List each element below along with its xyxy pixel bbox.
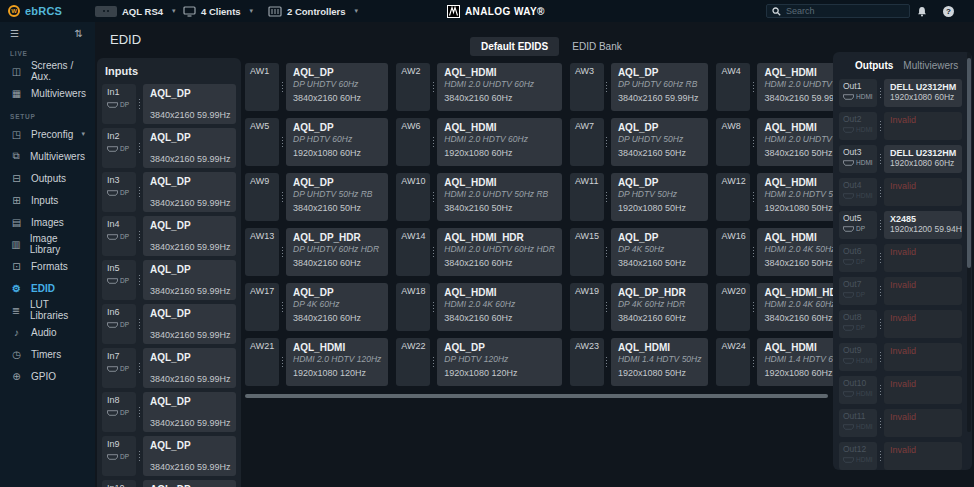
edid-card[interactable]: AQL_HDMI HDMI 2.0 4K 60Hz 3840x2160 60Hz: [437, 283, 562, 331]
menu-icon[interactable]: ☰: [10, 28, 19, 39]
drag-handle[interactable]: [430, 228, 437, 276]
input-row[interactable]: In4 DP AQL_DP 3840x2160 59.99Hz: [102, 216, 236, 256]
edid-cell[interactable]: AW21 AQL_HDMI HDMI 2.0 HDTV 120Hz 1920x1…: [245, 338, 388, 386]
drag-handle[interactable]: [604, 118, 611, 166]
drag-handle[interactable]: [136, 392, 143, 432]
horizontal-scrollbar[interactable]: [245, 394, 828, 398]
drag-handle[interactable]: [750, 118, 757, 166]
edid-cell[interactable]: AW2 AQL_HDMI HDMI 2.0 UHDTV 60Hz 3840x21…: [396, 63, 562, 111]
drag-handle[interactable]: [604, 338, 611, 386]
edid-cell[interactable]: AW10 AQL_HDMI HDMI 2.0 UHDTV 50Hz RB 384…: [396, 173, 562, 221]
output-edid-card[interactable]: DELL U2312HM 1920x1080 60Hz: [884, 79, 962, 107]
input-edid-card[interactable]: AQL_DP 3840x2160 59.99Hz: [143, 304, 236, 344]
sidebar-item[interactable]: ⊟ Outputs: [0, 167, 95, 189]
edid-cell[interactable]: AW7 AQL_DP DP UHDTV 50Hz 3840x2160 50Hz: [570, 118, 709, 166]
drag-handle[interactable]: [877, 79, 884, 107]
output-edid-card[interactable]: Invalid: [884, 112, 962, 140]
output-edid-card[interactable]: Invalid: [884, 343, 962, 371]
drag-handle[interactable]: [604, 173, 611, 221]
output-row[interactable]: Out12 HDMI Invalid: [839, 442, 962, 470]
edid-cell[interactable]: AW22 AQL_DP DP HDTV 120Hz 1920x1080 120H…: [396, 338, 562, 386]
drag-handle[interactable]: [750, 63, 757, 111]
edid-card[interactable]: AQL_DP DP UHDTV 60Hz RB 3840x2160 59.99H…: [611, 63, 709, 111]
input-row[interactable]: In6 DP AQL_DP 3840x2160 59.99Hz: [102, 304, 236, 344]
edid-cell[interactable]: AW5 AQL_DP DP HDTV 60Hz 1920x1080 60Hz: [245, 118, 388, 166]
drag-handle[interactable]: [136, 480, 143, 487]
sidebar-item[interactable]: ◫ Screens / Aux.: [0, 60, 95, 82]
scrollbar-thumb[interactable]: [967, 58, 971, 268]
sidebar-item[interactable]: ⧉ Multiviewers: [0, 145, 95, 167]
drag-handle[interactable]: [430, 63, 437, 111]
outputs-tab[interactable]: Multiviewers: [903, 60, 958, 71]
edid-cell[interactable]: AW1 AQL_DP DP UHDTV 60Hz 3840x2160 60Hz: [245, 63, 388, 111]
input-row[interactable]: In8 DP AQL_DP 3840x2160 59.99Hz: [102, 392, 236, 432]
drag-handle[interactable]: [877, 145, 884, 173]
edid-card[interactable]: AQL_HDMI HDMI 2.0 UHDTV 50Hz RB 3840x216…: [437, 173, 562, 221]
drag-handle[interactable]: [877, 277, 884, 305]
drag-handle[interactable]: [430, 173, 437, 221]
drag-handle[interactable]: [430, 283, 437, 331]
sidebar-item[interactable]: ⊡ Formats: [0, 255, 95, 277]
edid-card[interactable]: AQL_HDMI HDMI 2.0 UHDTV 60Hz 3840x2160 6…: [437, 63, 562, 111]
sidebar-item[interactable]: ▥ Image Library: [0, 233, 95, 255]
outputs-tab[interactable]: Outputs: [855, 60, 893, 71]
input-edid-card[interactable]: AQL_DP 3840x2160 59.99Hz: [143, 128, 236, 168]
output-row[interactable]: Out2 HDMI Invalid: [839, 112, 962, 140]
edid-cell[interactable]: AW19 AQL_DP_HDR DP 4K 60Hz HDR 3840x2160…: [570, 283, 709, 331]
input-edid-card[interactable]: AQL_DP 3840x2160 59.99Hz: [143, 392, 236, 432]
sidebar-item[interactable]: ▤ Images: [0, 211, 95, 233]
sidebar-item[interactable]: ≣ LUT Libraries: [0, 299, 95, 321]
edid-cell[interactable]: AW11 AQL_DP DP HDTV 50Hz 1920x1080 50Hz: [570, 173, 709, 221]
edid-cell[interactable]: AW6 AQL_HDMI HDMI 2.0 HDTV 60Hz 1920x108…: [396, 118, 562, 166]
drag-handle[interactable]: [430, 118, 437, 166]
edid-cell[interactable]: AW17 AQL_DP DP 4K 60Hz 3840x2160 60Hz: [245, 283, 388, 331]
input-row[interactable]: In3 DP AQL_DP 3840x2160 59.99Hz: [102, 172, 236, 212]
vertical-scrollbar[interactable]: [967, 52, 971, 432]
sidebar-item[interactable]: ◷ Timers: [0, 343, 95, 365]
input-edid-card[interactable]: AQL_DP 3840x2160 59.99Hz: [143, 216, 236, 256]
input-edid-card[interactable]: AQL_DP: [143, 480, 236, 487]
search-box[interactable]: [766, 4, 910, 18]
input-edid-card[interactable]: AQL_DP 3840x2160 59.99Hz: [143, 260, 236, 300]
drag-handle[interactable]: [877, 178, 884, 206]
drag-handle[interactable]: [877, 343, 884, 371]
sidebar-item[interactable]: ⚙ EDID: [0, 277, 95, 299]
input-row[interactable]: In1 DP AQL_DP 3840x2160 59.99Hz: [102, 84, 236, 124]
drag-handle[interactable]: [877, 310, 884, 338]
drag-handle[interactable]: [604, 283, 611, 331]
output-row[interactable]: Out4 HDMI Invalid: [839, 178, 962, 206]
edid-cell[interactable]: AW18 AQL_HDMI HDMI 2.0 4K 60Hz 3840x2160…: [396, 283, 562, 331]
drag-handle[interactable]: [136, 348, 143, 388]
drag-handle[interactable]: [877, 112, 884, 140]
drag-handle[interactable]: [604, 63, 611, 111]
edid-cell[interactable]: AW9 AQL_DP DP UHDTV 50Hz RB 3840x2160 50…: [245, 173, 388, 221]
drag-handle[interactable]: [136, 216, 143, 256]
device-selector[interactable]: AQL RS4 ▾: [95, 0, 176, 22]
drag-handle[interactable]: [604, 228, 611, 276]
edid-cell[interactable]: AW23 AQL_HDMI HDMI 1.4 HDTV 50Hz 1920x10…: [570, 338, 709, 386]
drag-handle[interactable]: [279, 228, 286, 276]
drag-handle[interactable]: [136, 436, 143, 476]
output-edid-card[interactable]: Invalid: [884, 376, 962, 404]
sidebar-item[interactable]: ▦ Multiviewers: [0, 82, 95, 104]
drag-handle[interactable]: [136, 304, 143, 344]
edid-card[interactable]: AQL_DP DP 4K 60Hz 3840x2160 60Hz: [286, 283, 388, 331]
edid-card[interactable]: AQL_DP DP 4K 50Hz 3840x2160 50Hz: [611, 228, 709, 276]
clients-selector[interactable]: 4 Clients ▾: [183, 0, 253, 22]
drag-handle[interactable]: [877, 244, 884, 272]
notifications-button[interactable]: [917, 0, 927, 22]
drag-handle[interactable]: [877, 376, 884, 404]
sidebar-item[interactable]: ⊞ Inputs: [0, 189, 95, 211]
drag-handle[interactable]: [279, 173, 286, 221]
controllers-selector[interactable]: 2 Controllers ▾: [268, 0, 358, 22]
edid-card[interactable]: AQL_HDMI HDMI 2.0 HDTV 120Hz 1920x1080 1…: [286, 338, 388, 386]
edid-card[interactable]: AQL_HDMI HDMI 1.4 HDTV 50Hz 1920x1080 50…: [611, 338, 709, 386]
drag-handle[interactable]: [750, 338, 757, 386]
input-edid-card[interactable]: AQL_DP 3840x2160 59.99Hz: [143, 436, 236, 476]
input-row[interactable]: In9 DP AQL_DP 3840x2160 59.99Hz: [102, 436, 236, 476]
input-row[interactable]: In7 DP AQL_DP 3840x2160 59.99Hz: [102, 348, 236, 388]
output-row[interactable]: Out11 HDMI Invalid: [839, 409, 962, 437]
edid-card[interactable]: AQL_DP DP UHDTV 50Hz RB 3840x2160 50Hz: [286, 173, 388, 221]
output-row[interactable]: Out1 HDMI DELL U2312HM 1920x1080 60Hz: [839, 79, 962, 107]
output-edid-card[interactable]: Invalid: [884, 409, 962, 437]
